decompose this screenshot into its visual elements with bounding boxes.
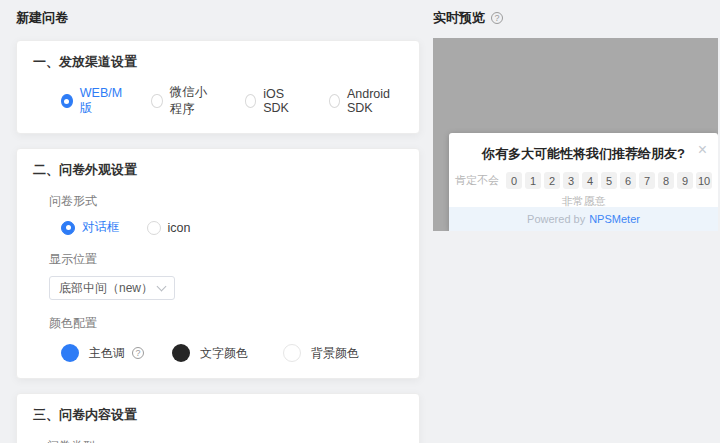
powered-by-footer: Powered by NPSMeter xyxy=(449,207,718,231)
preview-title: 实时预览 xyxy=(433,9,485,27)
npsmeter-link[interactable]: NPSMeter xyxy=(589,213,640,225)
content-section-title: 三、问卷内容设置 xyxy=(33,407,403,423)
primary-color-option[interactable]: 主色调 ? xyxy=(61,344,172,362)
scale-button-2[interactable]: 2 xyxy=(544,172,560,189)
radio-option-android-sdk[interactable]: Android SDK xyxy=(329,87,403,115)
radio-unselected-icon xyxy=(151,94,162,108)
nps-preview-dialog: 你有多大可能性将我们推荐给朋友? × 肯定不会 0 1 2 3 4 5 6 7 … xyxy=(449,133,718,231)
background-color-swatch[interactable] xyxy=(283,344,301,362)
nps-scale-row: 肯定不会 0 1 2 3 4 5 6 7 8 9 10 xyxy=(449,172,718,189)
card-content-settings: 三、问卷内容设置 问卷类型 NPS CES 通用类型 NPS问题 xyxy=(16,393,420,443)
chevron-down-icon xyxy=(157,282,167,292)
radio-label: 对话框 xyxy=(82,219,120,236)
color-label: 主色调 xyxy=(89,345,125,362)
scale-button-10[interactable]: 10 xyxy=(696,172,712,189)
radio-label: WEB/M版 xyxy=(80,86,125,117)
card-channel-settings: 一、发放渠道设置 WEB/M版 微信小程序 iOS SDK Android SD… xyxy=(16,40,420,134)
radio-option-ios-sdk[interactable]: iOS SDK xyxy=(245,87,302,115)
scale-button-7[interactable]: 7 xyxy=(639,172,655,189)
radio-label: 微信小程序 xyxy=(170,84,218,118)
primary-color-swatch[interactable] xyxy=(61,344,79,362)
help-icon[interactable]: ? xyxy=(132,347,144,359)
scale-button-5[interactable]: 5 xyxy=(601,172,617,189)
radio-unselected-icon xyxy=(245,94,256,108)
settings-column: 新建问卷 一、发放渠道设置 WEB/M版 微信小程序 iOS SDK xyxy=(16,0,420,443)
radio-option-web-m[interactable]: WEB/M版 xyxy=(61,86,124,117)
color-config-group: 主色调 ? 文字颜色 背景颜色 xyxy=(61,344,403,362)
display-position-label: 显示位置 xyxy=(49,252,403,266)
radio-option-wechat-mini[interactable]: 微信小程序 xyxy=(151,84,218,118)
text-color-swatch[interactable] xyxy=(172,344,190,362)
radio-selected-icon xyxy=(61,94,73,108)
text-color-option[interactable]: 文字颜色 xyxy=(172,344,283,362)
radio-option-dialog[interactable]: 对话框 xyxy=(61,219,120,236)
form-style-label: 问卷形式 xyxy=(49,194,403,208)
display-position-select[interactable]: 底部中间（new） xyxy=(49,276,175,300)
color-config-label: 颜色配置 xyxy=(49,316,403,330)
radio-label: icon xyxy=(168,221,191,235)
powered-by-text: Powered by xyxy=(527,213,585,225)
preview-help-icon[interactable]: ? xyxy=(491,12,503,24)
radio-unselected-icon xyxy=(329,94,340,108)
page-title: 新建问卷 xyxy=(16,9,420,27)
scale-button-0[interactable]: 0 xyxy=(506,172,522,189)
radio-unselected-icon xyxy=(147,221,161,235)
live-preview-area: 你有多大可能性将我们推荐给朋友? × 肯定不会 0 1 2 3 4 5 6 7 … xyxy=(433,38,718,231)
scale-button-8[interactable]: 8 xyxy=(658,172,674,189)
radio-label: iOS SDK xyxy=(263,87,301,115)
color-label: 文字颜色 xyxy=(200,345,248,362)
appearance-section-title: 二、问卷外观设置 xyxy=(33,162,403,178)
scale-button-9[interactable]: 9 xyxy=(677,172,693,189)
radio-option-icon[interactable]: icon xyxy=(147,221,191,235)
scale-button-3[interactable]: 3 xyxy=(563,172,579,189)
channel-radio-group: WEB/M版 微信小程序 iOS SDK Android SDK xyxy=(61,84,403,118)
close-icon[interactable]: × xyxy=(698,142,707,158)
scale-button-4[interactable]: 4 xyxy=(582,172,598,189)
radio-selected-icon xyxy=(61,221,75,235)
color-label: 背景颜色 xyxy=(311,345,359,362)
survey-type-label: 问卷类型 xyxy=(47,439,403,443)
radio-label: Android SDK xyxy=(347,87,403,115)
scale-button-1[interactable]: 1 xyxy=(525,172,541,189)
preview-header: 实时预览 ? xyxy=(433,9,503,27)
background-color-option[interactable]: 背景颜色 xyxy=(283,344,394,362)
scale-button-6[interactable]: 6 xyxy=(620,172,636,189)
channel-section-title: 一、发放渠道设置 xyxy=(33,54,403,70)
card-appearance-settings: 二、问卷外观设置 问卷形式 对话框 icon 显示位置 底部中间（new） 颜色… xyxy=(16,148,420,379)
form-style-radio-group: 对话框 icon xyxy=(61,219,403,236)
survey-builder-screen: 新建问卷 一、发放渠道设置 WEB/M版 微信小程序 iOS SDK xyxy=(0,0,720,443)
scale-low-label: 肯定不会 xyxy=(455,173,499,188)
preview-question-text: 你有多大可能性将我们推荐给朋友? xyxy=(449,145,718,163)
display-position-value: 底部中间（new） xyxy=(59,280,153,297)
